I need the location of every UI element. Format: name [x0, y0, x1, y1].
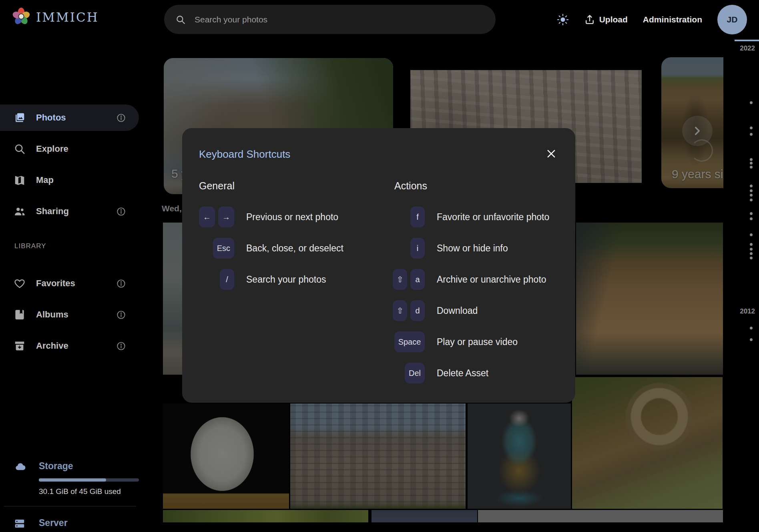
shortcut-keys: Esc	[199, 238, 234, 259]
logo-text: IMMICH	[36, 10, 99, 24]
timeline-dot	[750, 158, 753, 161]
timeline-dot	[750, 252, 753, 255]
sidebar-divider	[4, 506, 136, 506]
timeline-dot	[750, 166, 753, 169]
theme-toggle-button[interactable]	[557, 14, 569, 26]
timeline-year-2012: 2012	[740, 307, 755, 315]
shortcut-description: Show or hide info	[437, 243, 508, 254]
timeline-dot	[750, 248, 753, 251]
storage-progress-fill	[39, 478, 106, 482]
search-bar[interactable]	[164, 5, 496, 34]
user-avatar[interactable]: JD	[717, 5, 747, 34]
timeline-year-2022: 2022	[740, 44, 755, 52]
shortcut-keys: ⇧a	[394, 269, 425, 290]
info-icon[interactable]	[116, 310, 126, 320]
storage-progress-bar	[39, 478, 139, 482]
search-icon	[14, 143, 26, 155]
shortcut-row: EscBack, close, or deselect	[199, 238, 371, 259]
search-icon	[175, 14, 186, 25]
shortcut-keys: i	[394, 238, 425, 259]
timeline-dot	[750, 338, 753, 341]
shortcut-row: /Search your photos	[199, 269, 371, 290]
shortcut-row: ←→Previous or next photo	[199, 207, 371, 227]
navbar-actions: Upload Administration JD	[557, 0, 747, 39]
administration-link[interactable]: Administration	[643, 15, 702, 24]
archive-icon	[14, 340, 26, 352]
storage-usage-text: 30.1 GiB of 45 GiB used	[39, 487, 121, 496]
shortcut-description: Back, close, or deselect	[246, 243, 343, 254]
keycap: Space	[394, 331, 425, 352]
shortcut-keys: ⇧d	[394, 300, 425, 321]
keycap: f	[410, 207, 425, 227]
shortcut-description: Play or pause video	[437, 337, 518, 347]
keycap: i	[410, 238, 425, 259]
info-icon[interactable]	[116, 341, 126, 351]
timeline-dot	[750, 243, 753, 246]
shortcuts-general-column: General←→Previous or next photoEscBack, …	[199, 180, 371, 300]
immich-logo[interactable]: IMMICH	[12, 7, 99, 27]
keycap: Esc	[213, 238, 234, 259]
shortcut-row: ⇧dDownload	[394, 300, 566, 321]
timeline-scrubber[interactable]: 2022 2012	[723, 39, 759, 532]
shortcut-description: Delete Asset	[437, 368, 488, 379]
sun-icon	[557, 14, 569, 26]
storage-title: Storage	[39, 461, 73, 472]
shortcut-keys: ←→	[199, 207, 234, 227]
sidebar-item-explore[interactable]: Explore	[0, 136, 139, 162]
timeline-dot	[750, 327, 753, 329]
shortcut-row: iShow or hide info	[394, 238, 566, 259]
shortcuts-section-heading: Actions	[394, 180, 566, 192]
immich-flower-icon	[12, 7, 30, 27]
sidebar-item-archive[interactable]: Archive	[0, 333, 139, 359]
top-navbar: IMMICH	[0, 0, 759, 39]
keycap: ⇧	[393, 269, 407, 290]
sidebar-item-favorites[interactable]: Favorites	[0, 270, 139, 297]
server-icon	[13, 518, 28, 530]
scrubber-position-indicator	[735, 40, 759, 41]
sidebar-item-albums[interactable]: Albums	[0, 301, 139, 328]
info-icon[interactable]	[116, 279, 126, 289]
upload-label: Upload	[599, 15, 628, 24]
timeline-dot	[750, 189, 753, 192]
keycap: d	[410, 300, 425, 321]
server-title: Server	[39, 518, 68, 528]
keycap: ⇧	[393, 300, 407, 321]
timeline-dot	[750, 185, 753, 187]
timeline-dot	[750, 212, 753, 215]
shortcut-row: DelDelete Asset	[394, 363, 566, 383]
immich-app: IMMICH	[0, 0, 759, 532]
timeline-dot	[750, 257, 753, 259]
shortcut-description: Archive or unarchive photo	[437, 274, 546, 285]
search-input[interactable]	[194, 14, 484, 25]
keycap: →	[218, 207, 234, 227]
upload-button[interactable]: Upload	[584, 14, 628, 25]
shortcut-row: ⇧aArchive or unarchive photo	[394, 269, 566, 290]
shortcut-description: Download	[437, 305, 478, 316]
timeline-dot	[750, 199, 753, 201]
keycap: /	[220, 269, 234, 290]
info-icon[interactable]	[116, 113, 126, 123]
shortcut-keys: Del	[394, 363, 425, 383]
shortcut-description: Previous or next photo	[246, 212, 338, 223]
photos-icon	[14, 112, 26, 124]
shortcut-row: SpacePlay or pause video	[394, 331, 566, 352]
keycap: Del	[405, 363, 425, 383]
shortcut-row: fFavorite or unfavorite photo	[394, 207, 566, 227]
upload-icon	[584, 14, 595, 25]
timeline-dot	[750, 126, 753, 129]
timeline-dot	[750, 101, 753, 104]
sidebar-item-photos[interactable]: Photos	[0, 104, 139, 131]
info-icon[interactable]	[116, 207, 126, 217]
close-icon[interactable]	[543, 146, 559, 162]
timeline-dot	[750, 194, 753, 197]
timeline-dot	[750, 162, 753, 165]
sidebar-item-map[interactable]: Map	[0, 167, 139, 193]
sidebar-item-sharing[interactable]: Sharing	[0, 198, 139, 225]
album-icon	[14, 309, 26, 321]
map-icon	[14, 174, 26, 186]
shortcuts-actions-column: ActionsfFavorite or unfavorite photoiSho…	[394, 180, 566, 394]
timeline-dot	[750, 133, 753, 136]
sharing-icon	[14, 205, 26, 217]
shortcuts-section-heading: General	[199, 180, 371, 192]
timeline-dot	[750, 217, 753, 220]
